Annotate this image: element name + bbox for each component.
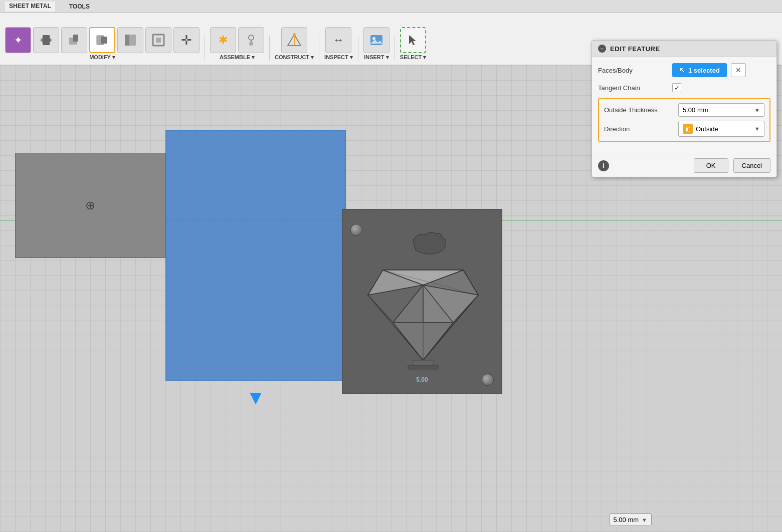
construct-section: CONSTRUCT ▾: [275, 27, 314, 61]
direction-dropdown[interactable]: ◧ Outside ▼: [678, 121, 764, 137]
frame-icon: [151, 33, 166, 48]
dimension-box[interactable]: 5.00 mm ▼: [609, 513, 652, 526]
construct-icon: [286, 32, 303, 49]
select-icons: [400, 27, 426, 53]
svg-marker-21: [409, 35, 416, 45]
direction-value: Outside: [696, 125, 718, 133]
direction-label: Direction: [604, 125, 674, 133]
object-dim-label: 5.00: [416, 376, 428, 383]
extrude-button[interactable]: [61, 27, 87, 53]
edit-panel-collapse-button[interactable]: −: [598, 45, 606, 53]
insert-section: INSERT ▾: [363, 27, 389, 61]
svg-rect-35: [408, 365, 438, 369]
faces-body-row: Faces/Body ↖ 1 selected ✕: [598, 63, 770, 77]
edit-panel-header: − EDIT FEATURE: [592, 41, 776, 57]
svg-rect-8: [129, 35, 136, 46]
sep-2: [269, 36, 270, 61]
direction-arrow-icon: ▼: [754, 126, 760, 132]
construct-icons: [281, 27, 307, 53]
gray-body-rect[interactable]: ⊕: [15, 153, 165, 258]
svg-rect-4: [73, 35, 78, 42]
combine-icon: [123, 33, 138, 48]
assemble-1-button[interactable]: ✱: [210, 27, 236, 53]
modify-label[interactable]: MODIFY ▾: [89, 54, 115, 61]
insert-icons: [363, 27, 389, 53]
modify-section: ✦: [5, 27, 200, 61]
dim-value: 5.00 mm: [614, 516, 639, 523]
gem-shape-svg: [353, 225, 493, 375]
tab-sheet-metal[interactable]: SHEET METAL: [5, 2, 55, 12]
direction-row: Direction ◧ Outside ▼: [604, 121, 764, 137]
purple-star-button[interactable]: ✦: [5, 27, 31, 53]
top-tabs: SHEET METAL TOOLS: [0, 0, 782, 13]
shell-button[interactable]: [89, 27, 115, 53]
sphere-handle-bottom-right[interactable]: [482, 374, 494, 386]
faces-body-clear-button[interactable]: ✕: [731, 63, 746, 77]
edit-panel-footer: i OK Cancel: [592, 154, 776, 177]
cancel-button[interactable]: Cancel: [733, 158, 770, 173]
inspect-icons: ↔: [325, 27, 351, 53]
construct-button[interactable]: [281, 27, 307, 53]
insert-label[interactable]: INSERT ▾: [364, 54, 388, 61]
direction-value-group: ◧ Outside: [683, 124, 718, 134]
dim-dropdown-arrow[interactable]: ▼: [642, 517, 647, 523]
svg-rect-10: [156, 38, 161, 43]
construct-label[interactable]: CONSTRUCT ▾: [275, 54, 314, 61]
outside-thickness-value: 5.00 mm: [683, 106, 708, 114]
faces-body-selected-button[interactable]: ↖ 1 selected: [672, 63, 727, 77]
assemble-label[interactable]: ASSEMBLE ▾: [220, 54, 255, 61]
extrude-icon: [67, 33, 82, 48]
inspect-button[interactable]: ↔: [325, 27, 351, 53]
object-view: 5.00: [342, 209, 502, 394]
edit-panel-body: Faces/Body ↖ 1 selected ✕ Tangent Chain …: [592, 57, 776, 154]
select-label[interactable]: SELECT ▾: [400, 54, 426, 61]
joint-icon: [244, 33, 259, 48]
insert-button[interactable]: [363, 27, 389, 53]
move-button[interactable]: ✛: [173, 27, 200, 53]
blue-selection-rect[interactable]: 5.00 ▼: [165, 130, 346, 381]
inspect-section: ↔ INSPECT ▾: [324, 27, 353, 61]
edit-panel: − EDIT FEATURE Faces/Body ↖ 1 selected ✕…: [592, 40, 777, 177]
sep-3: [319, 36, 319, 61]
move-body-icon: [39, 33, 54, 48]
modify-icons: ✦: [5, 27, 200, 53]
assemble-icons: ✱: [210, 27, 264, 53]
info-icon[interactable]: i: [598, 160, 609, 171]
move-crosshair-icon: ⊕: [85, 198, 95, 212]
shell-icon: [95, 33, 110, 48]
select-section: SELECT ▾: [400, 27, 426, 61]
insert-image-icon: [369, 33, 384, 48]
sep-4: [358, 36, 358, 61]
svg-point-12: [249, 42, 253, 46]
edit-panel-title: EDIT FEATURE: [610, 45, 660, 53]
blue-down-arrow: ▼: [246, 387, 266, 407]
sep-5: [395, 36, 395, 61]
svg-point-17: [293, 33, 296, 36]
outside-thickness-row: Outside Thickness 5.00 mm ▼: [604, 103, 764, 117]
frame-button[interactable]: [145, 27, 171, 53]
move-body-button[interactable]: [33, 27, 59, 53]
selected-count-text: 1 selected: [688, 67, 720, 74]
svg-marker-2: [50, 38, 52, 43]
tab-tools[interactable]: TOOLS: [65, 2, 94, 11]
svg-rect-34: [413, 360, 433, 365]
tangent-chain-label: Tangent Chain: [598, 84, 668, 92]
assemble-2-button[interactable]: [238, 27, 264, 53]
tangent-chain-checkbox[interactable]: ✓: [672, 83, 681, 92]
combine-button[interactable]: [117, 27, 143, 53]
inspect-label[interactable]: INSPECT ▾: [324, 54, 353, 61]
select-button[interactable]: [400, 27, 426, 53]
cursor-small-icon: ↖: [679, 66, 685, 74]
cursor-icon: [406, 33, 420, 47]
svg-marker-1: [40, 38, 43, 43]
thickness-direction-section: Outside Thickness 5.00 mm ▼ Direction ◧ …: [598, 98, 770, 142]
tangent-chain-row: Tangent Chain ✓: [598, 83, 770, 92]
assemble-section: ✱ ASSEMBLE ▾: [210, 27, 264, 61]
svg-rect-0: [43, 35, 50, 45]
svg-point-11: [249, 35, 254, 40]
outside-thickness-dropdown[interactable]: 5.00 mm ▼: [678, 103, 764, 117]
direction-type-icon: ◧: [683, 124, 693, 134]
svg-rect-6: [101, 37, 107, 44]
sep-1: [205, 36, 205, 61]
ok-button[interactable]: OK: [694, 158, 728, 173]
